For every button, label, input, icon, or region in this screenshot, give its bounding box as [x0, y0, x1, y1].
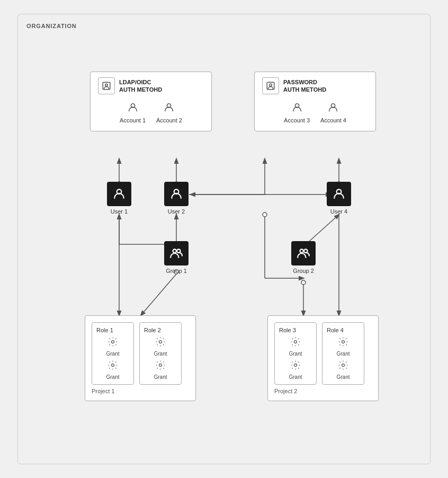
user1-node: User 1 [107, 182, 131, 215]
password-auth-box: PASSWORD AUTH METOHD Account 3 [254, 72, 376, 131]
project2-box: Role 3 Grant [267, 315, 379, 401]
project2-label: Project 2 [274, 388, 372, 394]
svg-point-33 [300, 249, 304, 253]
svg-point-18 [301, 280, 306, 285]
password-title: PASSWORD AUTH METOHD [283, 78, 326, 94]
role4-grant1-label: Grant [336, 351, 350, 357]
user2-node: User 2 [164, 182, 189, 215]
svg-point-37 [159, 341, 162, 343]
gear7-icon [338, 337, 348, 350]
user1-label: User 1 [111, 208, 128, 215]
role3-grant2-label: Grant [289, 374, 302, 380]
org-container: ORGANIZATION [17, 14, 431, 464]
role4-grant1: Grant [327, 337, 360, 357]
account3-icon [291, 102, 303, 116]
user4-label: User 4 [330, 208, 347, 215]
user1-icon [107, 182, 131, 206]
ldap-auth-box: LDAP/OIDC AUTH METOHD Account 1 [90, 72, 212, 131]
diagram: LDAP/OIDC AUTH METOHD Account 1 [26, 34, 422, 464]
role1-title: Role 1 [96, 327, 113, 333]
role3-title: Role 3 [279, 327, 296, 333]
ldap-icon [98, 77, 115, 94]
account1-label: Account 1 [120, 117, 146, 123]
role2-title: Role 2 [144, 327, 161, 333]
svg-point-25 [270, 84, 272, 86]
gear2-icon [107, 360, 118, 373]
svg-point-31 [173, 249, 177, 253]
role3-grant1: Grant [279, 337, 312, 357]
role3-grant1-label: Grant [289, 351, 302, 357]
group1-node: Group 1 [164, 241, 189, 274]
ldap-accounts: Account 1 Account 2 [98, 100, 204, 123]
svg-point-38 [159, 364, 162, 367]
project1-label: Project 1 [92, 388, 189, 394]
account4-label: Account 4 [320, 117, 346, 123]
group2-icon [291, 241, 316, 265]
account-2: Account 2 [156, 102, 182, 123]
gear5-icon [290, 337, 301, 350]
role3-box: Role 3 Grant [274, 322, 317, 385]
role1-grant1: Grant [96, 337, 129, 357]
group1-label: Group 1 [166, 268, 187, 274]
ldap-title: LDAP/OIDC AUTH METOHD [119, 78, 162, 94]
role2-grant2-label: Grant [154, 374, 167, 380]
password-icon [262, 77, 279, 94]
role2-grant2: Grant [144, 360, 177, 380]
project1-box: Role 1 Grant [85, 315, 196, 401]
org-label: ORGANIZATION [26, 23, 422, 29]
gear4-icon [155, 360, 166, 373]
svg-point-42 [342, 364, 345, 367]
svg-point-21 [105, 84, 108, 86]
role1-grant2-label: Grant [106, 374, 119, 380]
user2-label: User 2 [168, 208, 185, 215]
account-1: Account 1 [120, 102, 146, 123]
account3-label: Account 3 [284, 117, 310, 123]
group2-label: Group 2 [293, 268, 314, 274]
svg-point-39 [294, 341, 297, 343]
gear6-icon [290, 360, 301, 373]
gear3-icon [155, 337, 166, 350]
role2-grant1: Grant [144, 337, 177, 357]
user4-icon [327, 182, 351, 206]
account-3: Account 3 [284, 102, 310, 123]
svg-point-36 [112, 364, 114, 367]
role3-grant2: Grant [279, 360, 312, 380]
ldap-auth-header: LDAP/OIDC AUTH METOHD [98, 77, 204, 94]
user2-icon [164, 182, 189, 206]
role1-grant2: Grant [96, 360, 129, 380]
role4-grant2: Grant [327, 360, 360, 380]
account2-label: Account 2 [156, 117, 182, 123]
role4-box: Role 4 Grant [322, 322, 364, 385]
role4-grant2-label: Grant [336, 374, 350, 380]
project2-roles: Role 3 Grant [274, 322, 372, 385]
group2-node: Group 2 [291, 241, 316, 274]
group1-icon [164, 241, 189, 265]
role2-grant1-label: Grant [154, 351, 167, 357]
user4-node: User 4 [327, 182, 351, 215]
svg-line-14 [141, 274, 176, 315]
project1-roles: Role 1 Grant [92, 322, 189, 385]
account2-icon [163, 102, 175, 116]
role1-grant1-label: Grant [106, 351, 119, 357]
gear8-icon [338, 360, 348, 373]
password-accounts: Account 3 Account 4 [262, 100, 368, 123]
svg-point-40 [294, 364, 297, 367]
svg-point-41 [342, 341, 345, 343]
svg-point-13 [263, 213, 267, 217]
account4-icon [327, 102, 339, 116]
account1-icon [127, 102, 139, 116]
svg-point-35 [112, 341, 114, 343]
role2-box: Role 2 Grant [139, 322, 182, 385]
gear1-icon [107, 337, 118, 350]
role1-box: Role 1 Grant [92, 322, 134, 385]
role4-title: Role 4 [327, 327, 344, 333]
password-auth-header: PASSWORD AUTH METOHD [262, 77, 368, 94]
account-4: Account 4 [320, 102, 346, 123]
